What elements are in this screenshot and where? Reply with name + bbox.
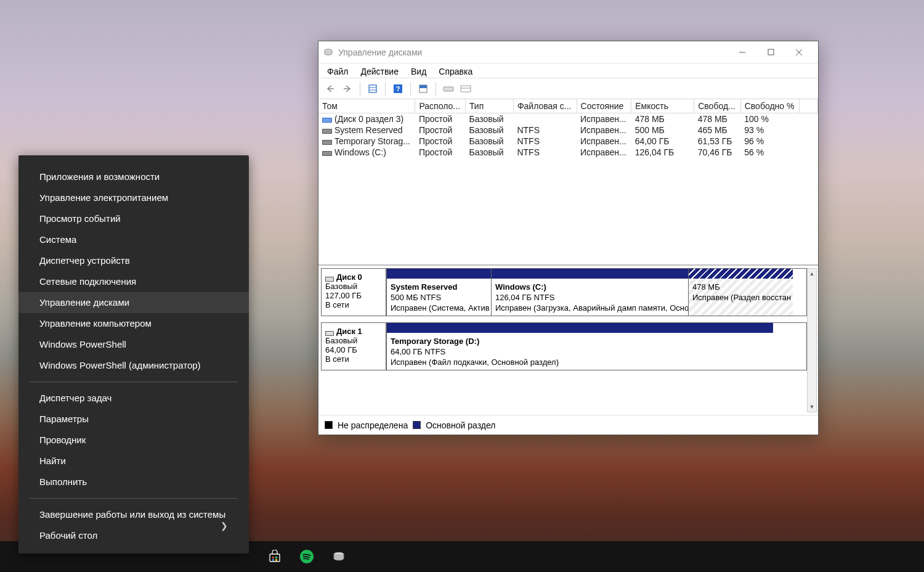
legend-unallocated-swatch xyxy=(325,421,333,429)
refresh-icon xyxy=(368,84,378,94)
col-type[interactable]: Тип xyxy=(465,99,513,113)
ctx-device-manager[interactable]: Диспетчер устройств xyxy=(18,250,249,271)
action-button-1[interactable] xyxy=(440,81,456,97)
col-free[interactable]: Свобод... xyxy=(694,99,741,113)
ctx-system[interactable]: Система xyxy=(18,229,249,250)
svg-rect-31 xyxy=(323,141,331,144)
partition-content: System Reserved500 МБ NTFSИсправен (Сист… xyxy=(387,279,491,316)
ctx-computer-management[interactable]: Управление компьютером xyxy=(18,313,249,334)
partition[interactable]: 478 МБИсправен (Раздел восстан xyxy=(688,269,793,316)
ctx-power-options[interactable]: Управление электропитанием xyxy=(18,187,249,208)
close-button[interactable] xyxy=(785,43,813,62)
col-volume[interactable]: Том xyxy=(318,99,415,113)
partition[interactable]: Windows (C:)126,04 ГБ NTFSИсправен (Загр… xyxy=(491,269,688,316)
ctx-file-explorer[interactable]: Проводник xyxy=(18,430,249,451)
col-status[interactable]: Состояние xyxy=(577,99,631,113)
ctx-settings[interactable]: Параметры xyxy=(18,409,249,430)
taskbar-app-store[interactable] xyxy=(259,541,291,572)
volume-row[interactable]: Temporary Storag...ПростойБазовыйNTFSИсп… xyxy=(318,136,818,147)
svg-rect-4 xyxy=(270,554,280,562)
taskbar-app-diskmgmt[interactable] xyxy=(323,541,355,572)
action-button-2[interactable] xyxy=(458,81,474,97)
volume-row[interactable]: (Диск 0 раздел 3)ПростойБазовыйИсправен.… xyxy=(318,113,818,125)
store-icon xyxy=(268,550,282,563)
nav-forward-button[interactable] xyxy=(339,81,355,97)
toolbar-separator xyxy=(360,82,360,96)
svg-rect-23 xyxy=(444,87,453,91)
svg-rect-16 xyxy=(369,85,376,92)
nav-back-button[interactable] xyxy=(322,81,338,97)
scroll-down-button[interactable]: ▼ xyxy=(808,402,816,412)
volume-list[interactable]: Том Располо... Тип Файловая с... Состоян… xyxy=(318,99,818,266)
menu-file[interactable]: Файл xyxy=(322,65,355,78)
legend-primary-label: Основной раздел xyxy=(426,420,495,430)
view-top-button[interactable] xyxy=(415,81,431,97)
scroll-up-button[interactable]: ▲ xyxy=(808,269,816,279)
ctx-apps-features[interactable]: Приложения и возможности xyxy=(18,166,249,187)
svg-text:?: ? xyxy=(396,85,400,92)
disk-icon xyxy=(325,329,334,335)
svg-rect-5 xyxy=(272,557,274,558)
titlebar[interactable]: Управление дисками xyxy=(318,41,818,63)
col-capacity[interactable]: Емкость xyxy=(631,99,694,113)
toolbar: ? xyxy=(318,78,818,99)
col-fs[interactable]: Файловая с... xyxy=(513,99,577,113)
menu-view[interactable]: Вид xyxy=(406,65,434,78)
partition-header-bar xyxy=(689,269,793,279)
vertical-scrollbar[interactable]: ▲ ▼ xyxy=(807,268,817,412)
volume-icon xyxy=(322,127,332,134)
menu-action[interactable]: Действие xyxy=(355,65,406,78)
ctx-run[interactable]: Выполнить xyxy=(18,472,249,492)
refresh-button[interactable] xyxy=(365,81,381,97)
toolbar-separator xyxy=(436,82,436,96)
svg-rect-7 xyxy=(272,559,274,561)
winx-context-menu: Приложения и возможности Управление элек… xyxy=(18,155,249,554)
volume-icon xyxy=(322,149,332,157)
svg-rect-8 xyxy=(275,559,277,561)
close-icon xyxy=(795,49,803,56)
drive-icon xyxy=(443,84,454,93)
legend: Не распределена Основной раздел xyxy=(318,415,818,435)
arrow-left-icon xyxy=(325,84,335,93)
ctx-separator xyxy=(30,382,238,382)
disk-graphical-view[interactable]: Диск 0Базовый127,00 ГБВ сетиSystem Reser… xyxy=(318,266,818,415)
volume-icon xyxy=(322,116,332,123)
disk-row: Диск 1Базовый64,00 ГБВ сетиTemporary Sto… xyxy=(321,322,807,370)
partition-header-bar xyxy=(387,269,491,279)
legend-primary-swatch xyxy=(413,421,421,429)
ctx-event-viewer[interactable]: Просмотр событий xyxy=(18,208,249,229)
svg-rect-29 xyxy=(323,129,331,133)
chevron-right-icon: ❯ xyxy=(221,520,228,531)
ctx-shutdown-label: Завершение работы или выход из системы xyxy=(39,509,225,520)
volume-row[interactable]: Windows (C:)ПростойБазовыйNTFSИсправен..… xyxy=(318,147,818,158)
ctx-shutdown-signout[interactable]: Завершение работы или выход из системы ❯ xyxy=(18,504,249,525)
partition[interactable]: Temporary Storage (D:)64,00 ГБ NTFSИспра… xyxy=(386,323,773,370)
help-button[interactable]: ? xyxy=(390,81,406,97)
ctx-network-connections[interactable]: Сетевые подключения xyxy=(18,271,249,292)
disk-info[interactable]: Диск 1Базовый64,00 ГБВ сети xyxy=(321,322,386,370)
column-headers[interactable]: Том Располо... Тип Файловая с... Состоян… xyxy=(318,99,818,113)
help-icon: ? xyxy=(393,84,403,94)
disk-info[interactable]: Диск 0Базовый127,00 ГБВ сети xyxy=(321,268,386,316)
svg-rect-35 xyxy=(326,277,333,281)
volume-row[interactable]: System ReservedПростойБазовыйNTFSИсправе… xyxy=(318,125,818,136)
list-icon xyxy=(460,84,471,93)
disk-row: Диск 0Базовый127,00 ГБВ сетиSystem Reser… xyxy=(321,268,807,316)
partition-header-bar xyxy=(387,323,773,333)
col-layout[interactable]: Располо... xyxy=(415,99,466,113)
ctx-search[interactable]: Найти xyxy=(18,451,249,472)
window-title: Управление дисками xyxy=(338,47,422,57)
taskbar-app-spotify[interactable] xyxy=(291,541,323,572)
menu-help[interactable]: Справка xyxy=(434,65,480,78)
partition[interactable]: System Reserved500 МБ NTFSИсправен (Сист… xyxy=(386,269,491,316)
ctx-disk-management[interactable]: Управление дисками xyxy=(18,292,249,313)
ctx-powershell[interactable]: Windows PowerShell xyxy=(18,334,249,355)
minimize-icon xyxy=(739,49,746,56)
ctx-powershell-admin[interactable]: Windows PowerShell (администратор) xyxy=(18,355,249,376)
col-freepct[interactable]: Свободно % xyxy=(740,99,800,113)
ctx-task-manager[interactable]: Диспетчер задач xyxy=(18,388,249,409)
minimize-button[interactable] xyxy=(728,43,756,62)
ctx-desktop[interactable]: Рабочий стол xyxy=(18,525,249,546)
svg-rect-37 xyxy=(326,332,333,335)
maximize-button[interactable] xyxy=(756,43,785,62)
